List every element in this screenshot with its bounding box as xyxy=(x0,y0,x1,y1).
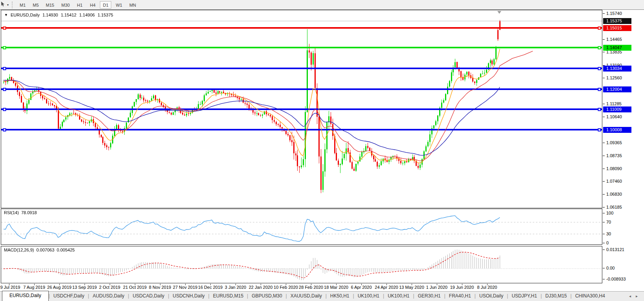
top-toolbar: ▾ M1M5M15M30H1H4D1W1MN xyxy=(0,0,644,10)
ohlc-high: 1.15412 xyxy=(61,13,77,17)
price-axis-tick-label: 1.14465 xyxy=(606,37,622,42)
price-badge: 1.15375 xyxy=(603,18,631,24)
toolbar-grip[interactable] xyxy=(12,2,13,8)
price-axis-tick xyxy=(603,181,605,182)
price-axis-tick xyxy=(603,169,605,169)
price-axis-tick xyxy=(603,117,605,117)
rsi-axis-tick xyxy=(603,213,605,213)
chart-tab-uk100-h1[interactable]: UK100,H1 xyxy=(354,292,383,301)
chart-tab-eurusd-m15[interactable]: EURUSD,M15 xyxy=(210,292,247,301)
price-axis-tick xyxy=(603,52,605,52)
chart-tab-gbpusd-m30[interactable]: GBPUSD,M30 xyxy=(248,292,285,301)
rsi-label: RSI(14) 78.0918 xyxy=(4,210,37,215)
chart-tab-uk100-h1[interactable]: UK100,H1 xyxy=(384,292,413,301)
chart-tabs: EURUSD,Daily|USDCHF,Daily|AUDUSD,Daily|U… xyxy=(0,291,609,301)
rsi-axis-tick xyxy=(603,234,605,234)
price-axis-tick-label: 1.09365 xyxy=(606,140,622,145)
date-axis-label: 26 Aug 2019 xyxy=(47,285,72,290)
price-axis-tick xyxy=(603,39,605,40)
date-axis-label: 16 Dec 2019 xyxy=(198,285,223,290)
tab-scroll-arrows: ◂ ▸ xyxy=(629,294,638,301)
macd-canvas[interactable] xyxy=(1,246,602,283)
timeframe-button-m15[interactable]: M15 xyxy=(43,1,57,9)
macd-name: MACD(12,26,9) xyxy=(4,248,34,252)
chart-symbol-label: EURUSD,Daily xyxy=(11,13,40,17)
chart-tab-hk50-h1[interactable]: HK50,H1 xyxy=(327,292,353,301)
date-axis-label: 24 Apr 2020 xyxy=(375,285,398,290)
price-axis-tick xyxy=(603,143,605,143)
macd-axis-label: -0.008933 xyxy=(606,277,626,282)
chart-tab-eurusd-daily[interactable]: EURUSD,Daily xyxy=(2,291,49,301)
macd-axis-label: 0.00 xyxy=(606,266,615,271)
cursor-tool-button[interactable]: ▾ xyxy=(0,1,10,9)
rsi-name: RSI(14) xyxy=(4,210,19,215)
price-axis-tick-label: 1.08735 xyxy=(606,153,622,158)
macd-axis-tick xyxy=(603,279,605,279)
price-axis-tick xyxy=(603,78,605,78)
rsi-panel[interactable]: RSI(14) 78.0918 xyxy=(1,209,602,245)
price-axis-tick xyxy=(603,194,605,195)
macd-signal-value: 0.005425 xyxy=(57,248,75,252)
tab-scroll-left-icon[interactable]: ◂ xyxy=(629,294,631,298)
macd-main-value: 0.007063 xyxy=(36,248,54,252)
date-axis-label: 8 Jul 2020 xyxy=(477,285,497,290)
date-axis-label: 1 Jun 2020 xyxy=(426,285,447,290)
chart-tab-xauusd-daily[interactable]: XAUUSD,Daily xyxy=(287,292,326,301)
ohlc-open: 1.14930 xyxy=(42,13,58,17)
price-axis-tick-label: 1.12560 xyxy=(606,75,622,81)
price-axis-tick-label: 1.07460 xyxy=(606,179,622,184)
macd-axis-label: 0.013121 xyxy=(606,247,624,252)
price-badge: 1.12004 xyxy=(603,86,631,92)
chart-tab-fra40-h1[interactable]: FRA40,H1 xyxy=(445,292,475,301)
date-axis-label: 27 Nov 2019 xyxy=(173,285,197,290)
collapse-chart-icon[interactable]: ▼ xyxy=(4,13,8,17)
date-axis-label: 28 Feb 2020 xyxy=(299,285,323,290)
macd-label: MACD(12,26,9) 0.007063 0.005425 xyxy=(4,248,75,252)
price-chart-panel[interactable]: ▼ EURUSD,Daily 1.14930 1.15412 1.14906 1… xyxy=(1,10,602,208)
chart-tab-usdchf-daily[interactable]: USDCHF,Daily xyxy=(50,292,88,301)
timeframe-button-h4[interactable]: H4 xyxy=(87,1,98,9)
rsi-axis-label: 30 xyxy=(606,231,611,237)
timeframe-button-group: M1M5M15M30H1H4D1W1MN xyxy=(16,1,140,9)
chart-tab-dj30-m15[interactable]: DJ30,M15 xyxy=(542,292,570,301)
timeframe-button-m5[interactable]: M5 xyxy=(30,1,41,9)
date-axis-label: 18 Mar 2020 xyxy=(324,285,348,290)
timeframe-button-m30[interactable]: M30 xyxy=(59,1,72,9)
timeframe-button-d1[interactable]: D1 xyxy=(100,1,111,9)
price-axis-tick xyxy=(603,104,605,104)
date-axis-label: 2 Oct 2019 xyxy=(99,285,120,290)
chart-tab-usoil-daily[interactable]: USOil,Daily xyxy=(476,292,507,301)
price-badge: 1.15015 xyxy=(603,25,631,31)
price-chart-canvas[interactable] xyxy=(1,10,602,208)
chart-title: ▼ EURUSD,Daily 1.14930 1.15412 1.14906 1… xyxy=(4,13,113,17)
chart-tab-usdjpy-h1[interactable]: USDJPY,H1 xyxy=(508,292,540,301)
cursor-tool-icon xyxy=(0,1,6,8)
price-axis-tick-label: 1.06185 xyxy=(606,205,622,210)
ohlc-low: 1.14906 xyxy=(79,13,95,17)
rsi-axis-tick xyxy=(603,243,605,243)
price-axis-tick-label: 1.15740 xyxy=(606,11,622,16)
date-axis-label: 13 May 2020 xyxy=(399,285,424,290)
tab-scroll-right-icon[interactable]: ▸ xyxy=(636,294,638,298)
ohlc-close: 1.15375 xyxy=(98,13,113,17)
price-badge: 1.14047 xyxy=(603,45,631,51)
price-axis-tick-label: 1.06830 xyxy=(606,192,622,197)
macd-panel[interactable]: MACD(12,26,9) 0.007063 0.005425 xyxy=(1,246,602,283)
chart-tab-usdcad-daily[interactable]: USDCAD,Daily xyxy=(129,292,168,301)
date-axis-label: 10 Feb 2020 xyxy=(274,285,298,290)
price-axis-tick xyxy=(603,207,605,207)
price-axis-tick-label: 1.10640 xyxy=(606,114,622,119)
timeframe-button-mn[interactable]: MN xyxy=(127,1,139,9)
date-axis-label: 13 Sep 2019 xyxy=(72,285,97,290)
price-badge: 1.11009 xyxy=(603,106,631,112)
macd-axis-tick xyxy=(603,268,605,268)
chart-tab-audusd-daily[interactable]: AUDUSD,Daily xyxy=(89,292,128,301)
chart-tab-china300-h4[interactable]: CHINA300,H4 xyxy=(572,292,609,301)
timeframe-button-m1[interactable]: M1 xyxy=(17,1,28,9)
chart-tab-ger30-h1[interactable]: GER30,H1 xyxy=(414,292,444,301)
timeframe-button-w1[interactable]: W1 xyxy=(113,1,125,9)
chart-tab-usdcnh-daily[interactable]: USDCNH,Daily xyxy=(169,292,208,301)
date-axis-label: 21 Oct 2019 xyxy=(123,285,147,290)
timeframe-button-h1[interactable]: H1 xyxy=(74,1,85,9)
rsi-canvas[interactable] xyxy=(1,209,602,244)
